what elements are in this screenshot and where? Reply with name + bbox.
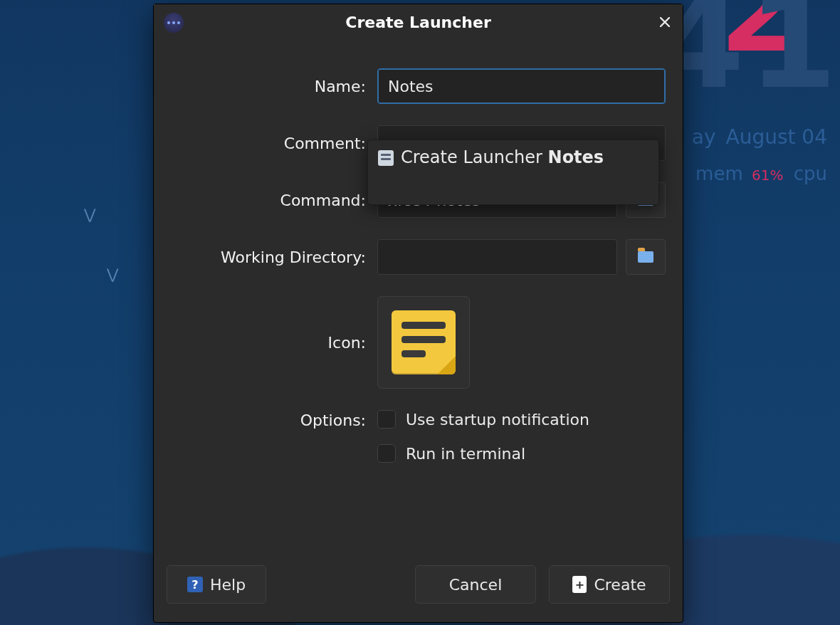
command-label: Command: (171, 191, 370, 209)
help-icon: ? (187, 577, 203, 592)
suggestion-text: Create Launcher Notes (401, 147, 604, 167)
mem-label: mem (695, 163, 743, 184)
option-run-in-terminal[interactable]: Run in terminal (377, 444, 666, 463)
name-label: Name: (171, 78, 370, 95)
clock-digit: 1 (748, 0, 831, 107)
option-label: Use startup notification (406, 411, 589, 429)
notes-icon (392, 310, 456, 374)
folder-icon (638, 251, 653, 263)
mem-percent: 61% (752, 167, 783, 184)
create-launcher-dialog: Create Launcher Name: Comment: Command: … (153, 4, 683, 623)
checkbox-icon (377, 410, 396, 429)
checkbox-icon (377, 444, 396, 463)
close-button[interactable] (654, 11, 676, 33)
comment-label: Comment: (171, 135, 370, 152)
titlebar[interactable]: Create Launcher (154, 4, 683, 40)
options-label: Options: (171, 410, 370, 429)
date-text: August 04 (725, 125, 827, 149)
working-directory-input[interactable] (377, 239, 617, 275)
document-icon (378, 150, 394, 166)
option-label: Run in terminal (406, 445, 525, 463)
wallpaper-bird-icon: ⋁ (107, 266, 118, 283)
button-label: Cancel (449, 576, 503, 594)
button-label: Create (594, 576, 646, 594)
option-startup-notification[interactable]: Use startup notification (377, 410, 666, 429)
window-title: Create Launcher (345, 14, 491, 31)
button-label: Help (210, 576, 246, 594)
cancel-button[interactable]: Cancel (415, 565, 536, 604)
app-icon (164, 13, 184, 33)
new-document-icon (572, 576, 587, 593)
name-input[interactable] (377, 68, 666, 104)
help-button[interactable]: ? Help (167, 565, 266, 604)
wallpaper-bird-icon: ⋁ (84, 206, 95, 223)
close-icon (660, 17, 670, 27)
working-directory-browse-button[interactable] (626, 239, 666, 275)
icon-label: Icon: (171, 334, 370, 352)
create-button[interactable]: Create (549, 565, 670, 604)
icon-chooser-button[interactable] (377, 296, 470, 389)
name-autocomplete-tooltip[interactable]: Create Launcher Notes (367, 140, 659, 205)
weekday-partial: ay (692, 125, 716, 149)
working-directory-label: Working Directory: (171, 248, 370, 266)
dialog-actions: ? Help Cancel Create (154, 560, 683, 622)
cpu-label: cpu (794, 163, 827, 184)
